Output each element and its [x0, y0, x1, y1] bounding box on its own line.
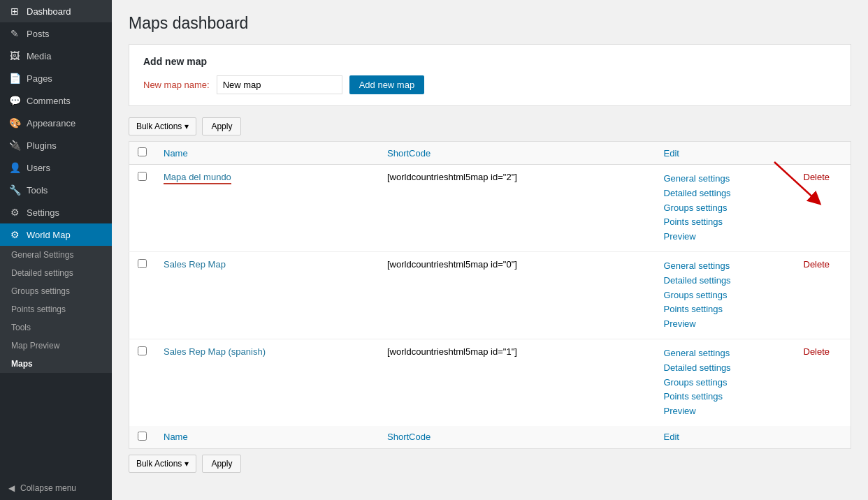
table-header-row: Name ShortCode Edit	[129, 142, 851, 165]
row-shortcode-2: [worldcountrieshtml5map id="0"]	[379, 251, 656, 339]
media-icon: 🖼	[8, 50, 21, 61]
preview-link-3[interactable]: Preview	[664, 404, 787, 419]
sidebar-item-dashboard[interactable]: ⊞ Dashboard	[0, 0, 112, 22]
row-shortcode-1: [worldcountrieshtml5map id="2"]	[379, 165, 656, 252]
edit-links-1: General settings Detailed settings Group…	[664, 172, 787, 244]
footer-col-delete	[795, 426, 851, 449]
add-map-form: New map name: Add new map	[143, 75, 837, 94]
bottom-bulk-actions-label: Bulk Actions	[136, 459, 182, 469]
users-icon: 👤	[8, 162, 21, 173]
preview-link-2[interactable]: Preview	[664, 317, 787, 332]
col-header-edit: Edit	[656, 142, 795, 165]
posts-icon: ✎	[8, 28, 21, 39]
submenu-points-settings[interactable]: Points settings	[0, 300, 112, 318]
sidebar-item-plugins[interactable]: 🔌 Plugins	[0, 134, 112, 156]
sidebar-item-worldmap[interactable]: ⚙ World Map	[0, 223, 112, 246]
collapse-icon: ◀	[8, 483, 15, 493]
select-all-checkbox[interactable]	[138, 147, 147, 156]
comments-icon: 💬	[8, 95, 21, 106]
sidebar-item-users[interactable]: 👤 Users	[0, 156, 112, 179]
map-name-link-3[interactable]: Sales Rep Map (spanish)	[164, 346, 266, 357]
bulk-actions-button[interactable]: Bulk Actions ▾	[129, 117, 196, 135]
sidebar-worldmap-submenu: General Settings Detailed settings Group…	[0, 246, 112, 373]
add-new-map-button[interactable]: Add new map	[349, 75, 425, 94]
points-settings-link-1[interactable]: Points settings	[664, 215, 787, 230]
sidebar-item-label: Posts	[27, 29, 50, 39]
sidebar-item-comments[interactable]: 💬 Comments	[0, 89, 112, 112]
bottom-bulk-actions-button[interactable]: Bulk Actions ▾	[129, 455, 196, 473]
row-checkbox-1[interactable]	[138, 172, 147, 181]
worldmap-icon: ⚙	[8, 229, 21, 240]
general-settings-link-2[interactable]: General settings	[664, 259, 787, 274]
col-header-check	[129, 142, 156, 165]
delete-link-1[interactable]: Delete	[804, 172, 830, 182]
preview-link-1[interactable]: Preview	[664, 230, 787, 244]
submenu-detailed-settings[interactable]: Detailed settings	[0, 264, 112, 282]
row-name-3: Sales Rep Map (spanish)	[155, 339, 379, 425]
bulk-actions-arrow-icon: ▾	[185, 122, 189, 131]
sidebar-item-label: Appearance	[27, 118, 75, 128]
add-map-heading: Add new map	[143, 56, 837, 67]
bottom-apply-button[interactable]: Apply	[202, 455, 241, 473]
settings-icon: ⚙	[8, 207, 21, 218]
page-title: Maps dashboard	[129, 14, 851, 33]
row-checkbox-3[interactable]	[138, 346, 147, 355]
sidebar-item-pages[interactable]: 📄 Pages	[0, 67, 112, 89]
submenu-general-settings[interactable]: General Settings	[0, 246, 112, 264]
groups-settings-link-3[interactable]: Groups settings	[664, 376, 787, 390]
general-settings-link-1[interactable]: General settings	[664, 172, 787, 186]
sidebar-item-media[interactable]: 🖼 Media	[0, 45, 112, 67]
col-header-shortcode: ShortCode	[379, 142, 656, 165]
footer-col-shortcode: ShortCode	[379, 426, 656, 449]
col-header-delete	[795, 142, 851, 165]
submenu-tools[interactable]: Tools	[0, 318, 112, 337]
groups-settings-link-1[interactable]: Groups settings	[664, 201, 787, 216]
appearance-icon: 🎨	[8, 117, 21, 128]
new-map-label: New map name:	[143, 80, 210, 90]
delete-link-2[interactable]: Delete	[804, 259, 830, 270]
delete-link-3[interactable]: Delete	[804, 346, 830, 357]
detailed-settings-link-1[interactable]: Detailed settings	[664, 186, 787, 201]
sidebar-item-posts[interactable]: ✎ Posts	[0, 22, 112, 45]
footer-col-name[interactable]: Name	[155, 426, 379, 449]
edit-links-3: General settings Detailed settings Group…	[664, 346, 787, 419]
submenu-maps[interactable]: Maps	[0, 355, 112, 373]
sidebar-item-tools[interactable]: 🔧 Tools	[0, 179, 112, 201]
submenu-map-preview[interactable]: Map Preview	[0, 337, 112, 355]
maps-table: Name ShortCode Edit Mapa del mundo	[129, 141, 851, 449]
col-header-name[interactable]: Name	[155, 142, 379, 165]
detailed-settings-link-2[interactable]: Detailed settings	[664, 274, 787, 288]
points-settings-link-3[interactable]: Points settings	[664, 390, 787, 404]
bottom-toolbar: Bulk Actions ▾ Apply	[129, 449, 851, 478]
points-settings-link-2[interactable]: Points settings	[664, 302, 787, 317]
row-edit-1: General settings Detailed settings Group…	[656, 165, 795, 252]
map-name-link-1[interactable]: Mapa del mundo	[164, 172, 231, 182]
row-name-2: Sales Rep Map	[155, 251, 379, 339]
sidebar-item-settings[interactable]: ⚙ Settings	[0, 201, 112, 223]
shortcode-text-1: [worldcountrieshtml5map id="2"]	[387, 172, 517, 182]
detailed-settings-link-3[interactable]: Detailed settings	[664, 361, 787, 376]
row-check-3	[129, 339, 156, 425]
pages-icon: 📄	[8, 73, 21, 84]
row-checkbox-2[interactable]	[138, 259, 147, 268]
sidebar-item-label: Plugins	[27, 140, 57, 151]
groups-settings-link-2[interactable]: Groups settings	[664, 288, 787, 303]
footer-select-all-checkbox[interactable]	[138, 432, 147, 441]
main-content: Maps dashboard Add new map New map name:…	[112, 0, 868, 500]
collapse-menu-button[interactable]: ◀ Collapse menu	[0, 476, 112, 500]
add-map-section: Add new map New map name: Add new map	[129, 44, 851, 106]
submenu-groups-settings[interactable]: Groups settings	[0, 282, 112, 300]
sidebar-item-label: Pages	[27, 73, 52, 84]
sidebar-item-label: Settings	[27, 207, 59, 218]
dashboard-icon: ⊞	[8, 6, 21, 17]
apply-button[interactable]: Apply	[202, 117, 241, 135]
map-name-link-2[interactable]: Sales Rep Map	[164, 259, 226, 270]
row-name-1: Mapa del mundo	[155, 165, 379, 252]
sidebar-item-appearance[interactable]: 🎨 Appearance	[0, 112, 112, 134]
sidebar-item-label: Comments	[27, 96, 71, 106]
top-toolbar: Bulk Actions ▾ Apply	[129, 117, 851, 135]
table-row: Sales Rep Map [worldcountrieshtml5map id…	[129, 251, 851, 339]
general-settings-link-3[interactable]: General settings	[664, 346, 787, 361]
new-map-input[interactable]	[217, 75, 342, 94]
collapse-label: Collapse menu	[20, 483, 76, 493]
